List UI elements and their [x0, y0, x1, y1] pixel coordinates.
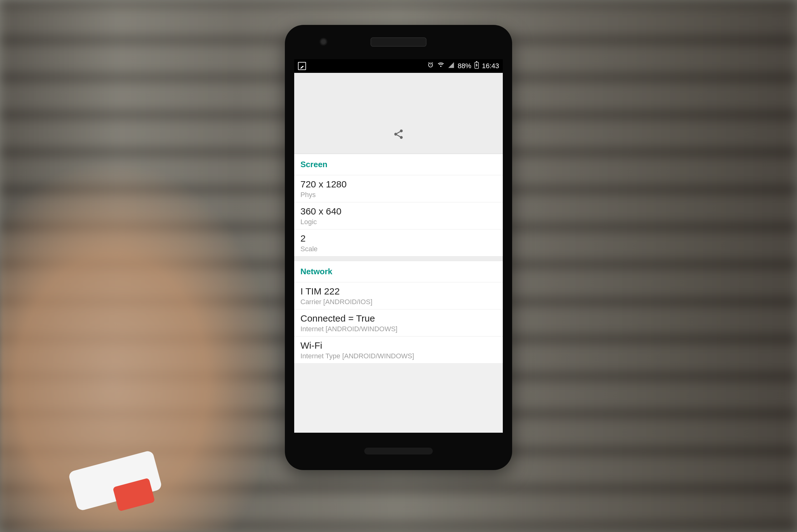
phone-device-frame: 88% 16:43 [285, 25, 512, 470]
section-divider [294, 256, 503, 261]
content-list[interactable]: Screen 720 x 1280 Phys 360 x 640 Logic 2… [294, 154, 503, 364]
alarm-icon [427, 62, 434, 70]
battery-charging-icon [474, 61, 479, 71]
list-item[interactable]: Wi-Fi Internet Type [ANDROID/WINDOWS] [294, 337, 503, 364]
phone-camera [319, 37, 328, 46]
list-item[interactable]: 360 x 640 Logic [294, 202, 503, 229]
section-header-network: Network [294, 261, 503, 282]
item-label: Internet [ANDROID/WINDOWS] [300, 325, 497, 333]
phone-bottom-speaker [364, 448, 433, 455]
svg-rect-1 [476, 61, 477, 62]
item-label: Scale [300, 245, 497, 253]
item-label: Internet Type [ANDROID/WINDOWS] [300, 352, 497, 360]
image-notification-icon [298, 62, 306, 70]
phone-speaker [371, 37, 426, 47]
wifi-icon [437, 61, 444, 71]
list-item[interactable]: Connected = True Internet [ANDROID/WINDO… [294, 309, 503, 337]
item-value: I TIM 222 [300, 286, 497, 297]
battery-percent: 88% [458, 62, 471, 70]
item-label: Phys [300, 191, 497, 199]
status-time: 16:43 [482, 62, 499, 70]
item-label: Carrier [ANDROID/IOS] [300, 298, 497, 306]
list-item[interactable]: 2 Scale [294, 229, 503, 256]
watch-band [62, 457, 171, 526]
svg-line-6 [397, 135, 400, 137]
svg-point-4 [400, 136, 403, 139]
item-value: 360 x 640 [300, 206, 497, 217]
signal-icon [448, 62, 455, 70]
item-value: 2 [300, 233, 497, 244]
item-value: 720 x 1280 [300, 179, 497, 190]
svg-point-2 [400, 130, 403, 132]
item-value: Wi-Fi [300, 340, 497, 351]
list-item[interactable]: 720 x 1280 Phys [294, 175, 503, 202]
phone-screen: 88% 16:43 [294, 59, 503, 433]
item-value: Connected = True [300, 313, 497, 324]
svg-point-3 [395, 133, 397, 135]
app-header [294, 73, 503, 154]
item-label: Logic [300, 218, 497, 226]
status-bar: 88% 16:43 [294, 59, 503, 73]
svg-line-5 [397, 131, 400, 133]
section-header-screen: Screen [294, 154, 503, 175]
share-icon[interactable] [393, 129, 404, 141]
list-item[interactable]: I TIM 222 Carrier [ANDROID/IOS] [294, 282, 503, 309]
